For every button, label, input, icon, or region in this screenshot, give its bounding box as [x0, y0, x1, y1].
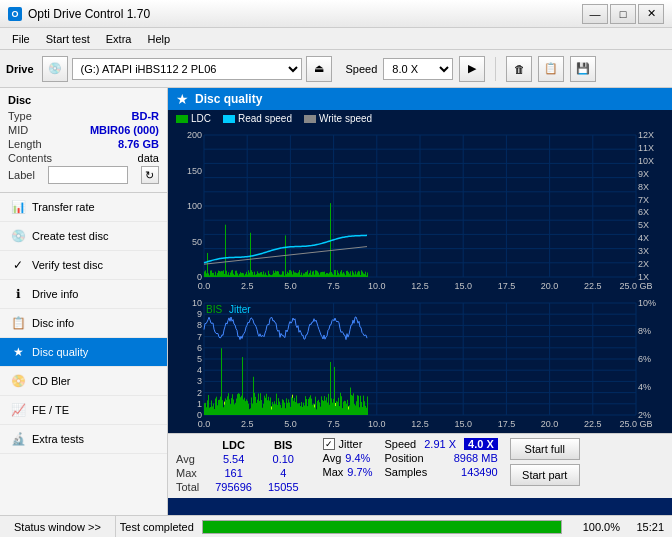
speed-icon-btn[interactable]: ▶ — [459, 56, 485, 82]
disc-label-row: Label ↻ — [8, 166, 159, 184]
menu-file[interactable]: File — [4, 31, 38, 47]
nav-label-verify-test-disc: Verify test disc — [32, 259, 103, 271]
disc-contents-row: Contents data — [8, 152, 159, 164]
menu-extra[interactable]: Extra — [98, 31, 140, 47]
sidebar-item-cd-bler[interactable]: 📀 CD Bler — [0, 367, 167, 396]
drive-info-icon: ℹ — [10, 286, 26, 302]
stats-panel: LDC BIS Avg 5.54 0.10 Max 161 4 Total — [168, 433, 672, 498]
mid-label: MID — [8, 124, 28, 136]
start-part-button[interactable]: Start part — [510, 464, 580, 486]
sidebar-item-drive-info[interactable]: ℹ Drive info — [0, 280, 167, 309]
disc-copy-btn[interactable]: 📋 — [538, 56, 564, 82]
jitter-max-row: Max 9.7% — [323, 466, 373, 478]
drive-dropdown[interactable]: (G:) ATAPI iHBS112 2 PL06 — [72, 58, 302, 80]
sidebar-item-create-test-disc[interactable]: 💿 Create test disc — [0, 222, 167, 251]
mid-value: MBIR06 (000) — [90, 124, 159, 136]
speed-info-value: 2.91 X — [424, 438, 456, 450]
status-window-button[interactable]: Status window >> — [8, 521, 107, 533]
progress-text: 100.0% — [570, 521, 620, 533]
progress-bar-outer — [202, 520, 562, 534]
disc-quality-header-icon: ★ — [176, 91, 189, 107]
speed-row: Speed 2.91 X 4.0 X — [384, 438, 497, 450]
start-full-button[interactable]: Start full — [510, 438, 580, 460]
close-button[interactable]: ✕ — [638, 4, 664, 24]
progress-section: Test completed 100.0% 15:21 — [116, 520, 672, 534]
samples-label: Samples — [384, 466, 427, 478]
legend-write-speed: Write speed — [304, 113, 372, 124]
chart-legend: LDC Read speed Write speed — [168, 110, 672, 127]
label-label: Label — [8, 169, 35, 181]
sidebar-item-transfer-rate[interactable]: 📊 Transfer rate — [0, 193, 167, 222]
sidebar-item-extra-tests[interactable]: 🔬 Extra tests — [0, 425, 167, 454]
speed-dropdown[interactable]: 8.0 X — [383, 58, 453, 80]
extra-tests-icon: 🔬 — [10, 431, 26, 447]
create-test-disc-icon: 💿 — [10, 228, 26, 244]
jitter-avg-value: 9.4% — [345, 452, 370, 464]
sidebar-item-fe-te[interactable]: 📈 FE / TE — [0, 396, 167, 425]
jitter-max-label: Max — [323, 466, 344, 478]
nav-label-disc-quality: Disc quality — [32, 346, 88, 358]
sidebar-item-disc-info[interactable]: 📋 Disc info — [0, 309, 167, 338]
speed-info-label: Speed — [384, 438, 416, 450]
label-input[interactable] — [48, 166, 128, 184]
title-bar-left: O Opti Drive Control 1.70 — [8, 7, 150, 21]
progress-bar-inner — [203, 521, 561, 533]
speed-highlight: 4.0 X — [464, 438, 498, 450]
legend-write-speed-color — [304, 115, 316, 123]
drive-select-area: 💿 (G:) ATAPI iHBS112 2 PL06 ⏏ — [42, 56, 332, 82]
legend-ldc-label: LDC — [191, 113, 211, 124]
position-label: Position — [384, 452, 423, 464]
legend-read-speed-color — [223, 115, 235, 123]
sidebar-item-verify-test-disc[interactable]: ✓ Verify test disc — [0, 251, 167, 280]
app-icon: O — [8, 7, 22, 21]
sidebar-nav: 📊 Transfer rate 💿 Create test disc ✓ Ver… — [0, 193, 167, 515]
avg-ldc: 5.54 — [207, 452, 260, 466]
menu-bar: File Start test Extra Help — [0, 28, 672, 50]
disc-quality-title: Disc quality — [195, 92, 262, 106]
disc-erase-btn[interactable]: 🗑 — [506, 56, 532, 82]
status-window-section: Status window >> — [0, 516, 116, 537]
disc-length-row: Length 8.76 GB — [8, 138, 159, 150]
eject-btn[interactable]: ⏏ — [306, 56, 332, 82]
position-value: 8968 MB — [454, 452, 498, 464]
action-buttons: Start full Start part — [510, 438, 580, 486]
drive-label: Drive — [6, 63, 34, 75]
sidebar-item-disc-quality[interactable]: ★ Disc quality — [0, 338, 167, 367]
disc-quality-header: ★ Disc quality — [168, 88, 672, 110]
legend-read-speed-label: Read speed — [238, 113, 292, 124]
label-refresh-btn[interactable]: ↻ — [141, 166, 159, 184]
sidebar: Disc Type BD-R MID MBIR06 (000) Length 8… — [0, 88, 168, 515]
ldc-chart — [168, 127, 672, 295]
speed-info: Speed 2.91 X 4.0 X Position 8968 MB Samp… — [384, 438, 497, 486]
jitter-checkbox[interactable]: ✓ — [323, 438, 335, 450]
jitter-avg-row: Avg 9.4% — [323, 452, 373, 464]
total-bis: 15055 — [260, 480, 307, 494]
title-bar: O Opti Drive Control 1.70 — □ ✕ — [0, 0, 672, 28]
samples-row: Samples 143490 — [384, 466, 497, 478]
stats-total-row: Total 795696 15055 — [176, 480, 307, 494]
contents-value: data — [138, 152, 159, 164]
time-text: 15:21 — [628, 521, 668, 533]
disc-mid-row: MID MBIR06 (000) — [8, 124, 159, 136]
minimize-button[interactable]: — — [582, 4, 608, 24]
window-title: Opti Drive Control 1.70 — [28, 7, 150, 21]
jitter-box: ✓ Jitter Avg 9.4% Max 9.7% — [323, 438, 373, 486]
toolbar: Drive 💿 (G:) ATAPI iHBS112 2 PL06 ⏏ Spee… — [0, 50, 672, 88]
stats-max-row: Max 161 4 — [176, 466, 307, 480]
jitter-avg-label: Avg — [323, 452, 342, 464]
avg-label: Avg — [176, 452, 207, 466]
verify-test-disc-icon: ✓ — [10, 257, 26, 273]
save-btn[interactable]: 💾 — [570, 56, 596, 82]
drive-icon-btn[interactable]: 💿 — [42, 56, 68, 82]
bis-jitter-chart — [168, 295, 672, 433]
position-row: Position 8968 MB — [384, 452, 497, 464]
total-ldc: 795696 — [207, 480, 260, 494]
nav-label-fe-te: FE / TE — [32, 404, 69, 416]
disc-panel-title: Disc — [8, 94, 159, 106]
jitter-row: ✓ Jitter — [323, 438, 373, 450]
maximize-button[interactable]: □ — [610, 4, 636, 24]
samples-value: 143490 — [461, 466, 498, 478]
menu-start-test[interactable]: Start test — [38, 31, 98, 47]
menu-help[interactable]: Help — [139, 31, 178, 47]
max-ldc: 161 — [207, 466, 260, 480]
